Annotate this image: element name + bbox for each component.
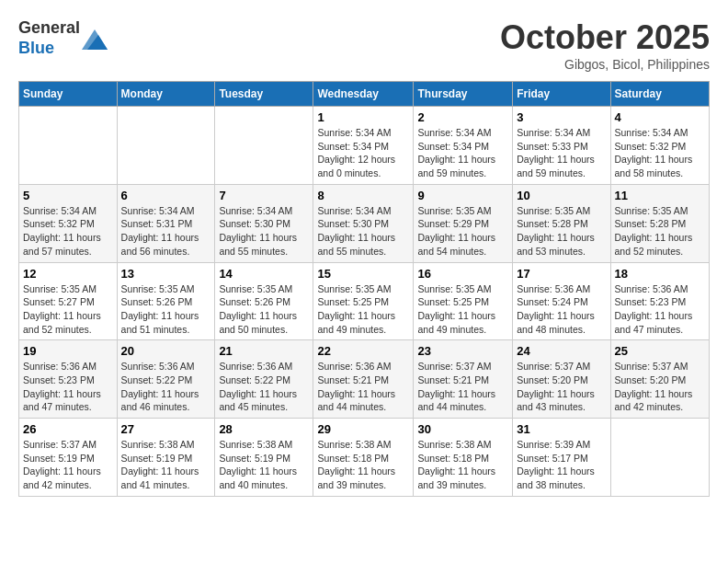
calendar-cell: 9Sunrise: 5:35 AMSunset: 5:29 PMDaylight… bbox=[414, 184, 513, 262]
calendar-cell: 13Sunrise: 5:35 AMSunset: 5:26 PMDayligh… bbox=[117, 262, 215, 340]
page-header: General Blue October 2025 Gibgos, Bicol,… bbox=[18, 18, 710, 72]
day-number: 27 bbox=[121, 422, 211, 436]
day-number: 22 bbox=[317, 344, 409, 358]
day-info: Sunrise: 5:39 AMSunset: 5:17 PMDaylight:… bbox=[517, 438, 606, 492]
calendar-cell: 2Sunrise: 5:34 AMSunset: 5:34 PMDaylight… bbox=[414, 107, 513, 185]
day-number: 16 bbox=[417, 267, 508, 281]
day-number: 14 bbox=[219, 267, 309, 281]
calendar-cell: 18Sunrise: 5:36 AMSunset: 5:23 PMDayligh… bbox=[610, 262, 709, 340]
day-number: 7 bbox=[219, 189, 309, 202]
logo-icon bbox=[82, 29, 108, 50]
day-number: 20 bbox=[121, 344, 211, 358]
calendar-cell: 12Sunrise: 5:35 AMSunset: 5:27 PMDayligh… bbox=[19, 262, 118, 340]
day-info: Sunrise: 5:37 AMSunset: 5:19 PMDaylight:… bbox=[23, 438, 113, 492]
day-header-thursday: Thursday bbox=[414, 82, 513, 107]
location: Gibgos, Bicol, Philippines bbox=[500, 57, 710, 72]
calendar-cell: 15Sunrise: 5:35 AMSunset: 5:25 PMDayligh… bbox=[313, 262, 414, 340]
calendar-cell: 5Sunrise: 5:34 AMSunset: 5:32 PMDaylight… bbox=[19, 184, 118, 262]
calendar-cell: 28Sunrise: 5:38 AMSunset: 5:19 PMDayligh… bbox=[215, 419, 313, 497]
day-header-sunday: Sunday bbox=[19, 82, 118, 107]
day-info: Sunrise: 5:35 AMSunset: 5:25 PMDaylight:… bbox=[317, 282, 409, 337]
logo: General Blue bbox=[18, 18, 108, 58]
calendar-cell bbox=[610, 419, 709, 497]
day-number: 23 bbox=[417, 344, 508, 358]
calendar-cell: 22Sunrise: 5:36 AMSunset: 5:21 PMDayligh… bbox=[313, 340, 414, 419]
day-info: Sunrise: 5:38 AMSunset: 5:19 PMDaylight:… bbox=[219, 438, 309, 492]
day-info: Sunrise: 5:35 AMSunset: 5:29 PMDaylight:… bbox=[417, 204, 508, 259]
calendar-cell: 26Sunrise: 5:37 AMSunset: 5:19 PMDayligh… bbox=[19, 419, 118, 497]
day-info: Sunrise: 5:34 AMSunset: 5:32 PMDaylight:… bbox=[23, 204, 113, 259]
calendar-cell: 21Sunrise: 5:36 AMSunset: 5:22 PMDayligh… bbox=[215, 340, 313, 419]
week-row-1: 1Sunrise: 5:34 AMSunset: 5:34 PMDaylight… bbox=[19, 107, 710, 185]
day-number: 3 bbox=[517, 110, 606, 124]
calendar-cell bbox=[117, 107, 215, 185]
day-info: Sunrise: 5:35 AMSunset: 5:28 PMDaylight:… bbox=[517, 204, 606, 259]
day-number: 15 bbox=[317, 267, 409, 281]
week-row-2: 5Sunrise: 5:34 AMSunset: 5:32 PMDaylight… bbox=[19, 184, 710, 262]
calendar-header-row: SundayMondayTuesdayWednesdayThursdayFrid… bbox=[19, 82, 710, 107]
logo-text: General Blue bbox=[18, 18, 80, 58]
day-info: Sunrise: 5:35 AMSunset: 5:25 PMDaylight:… bbox=[417, 282, 508, 337]
day-number: 11 bbox=[615, 189, 705, 202]
day-number: 26 bbox=[23, 422, 113, 436]
week-row-5: 26Sunrise: 5:37 AMSunset: 5:19 PMDayligh… bbox=[19, 419, 710, 497]
day-info: Sunrise: 5:34 AMSunset: 5:33 PMDaylight:… bbox=[517, 126, 606, 180]
day-number: 2 bbox=[417, 110, 508, 124]
day-info: Sunrise: 5:34 AMSunset: 5:32 PMDaylight:… bbox=[615, 126, 705, 180]
calendar-cell: 24Sunrise: 5:37 AMSunset: 5:20 PMDayligh… bbox=[513, 340, 610, 419]
day-info: Sunrise: 5:36 AMSunset: 5:24 PMDaylight:… bbox=[517, 282, 606, 337]
day-info: Sunrise: 5:36 AMSunset: 5:22 PMDaylight:… bbox=[219, 360, 309, 414]
day-info: Sunrise: 5:35 AMSunset: 5:26 PMDaylight:… bbox=[219, 282, 309, 337]
calendar-cell: 25Sunrise: 5:37 AMSunset: 5:20 PMDayligh… bbox=[610, 340, 709, 419]
title-section: October 2025 Gibgos, Bicol, Philippines bbox=[500, 18, 710, 72]
day-number: 13 bbox=[121, 267, 211, 281]
day-info: Sunrise: 5:34 AMSunset: 5:34 PMDaylight:… bbox=[417, 126, 508, 180]
calendar-cell: 19Sunrise: 5:36 AMSunset: 5:23 PMDayligh… bbox=[19, 340, 118, 419]
day-header-wednesday: Wednesday bbox=[313, 82, 414, 107]
calendar-cell: 17Sunrise: 5:36 AMSunset: 5:24 PMDayligh… bbox=[513, 262, 610, 340]
calendar-cell: 4Sunrise: 5:34 AMSunset: 5:32 PMDaylight… bbox=[610, 107, 709, 185]
day-info: Sunrise: 5:36 AMSunset: 5:21 PMDaylight:… bbox=[317, 360, 409, 414]
day-number: 24 bbox=[517, 344, 606, 358]
calendar-cell: 16Sunrise: 5:35 AMSunset: 5:25 PMDayligh… bbox=[414, 262, 513, 340]
day-info: Sunrise: 5:37 AMSunset: 5:20 PMDaylight:… bbox=[615, 360, 705, 414]
day-number: 21 bbox=[219, 344, 309, 358]
calendar-cell: 31Sunrise: 5:39 AMSunset: 5:17 PMDayligh… bbox=[513, 419, 610, 497]
week-row-4: 19Sunrise: 5:36 AMSunset: 5:23 PMDayligh… bbox=[19, 340, 710, 419]
day-info: Sunrise: 5:35 AMSunset: 5:28 PMDaylight:… bbox=[615, 204, 705, 259]
month-title: October 2025 bbox=[500, 18, 710, 57]
day-number: 9 bbox=[417, 189, 508, 202]
calendar-cell bbox=[215, 107, 313, 185]
calendar-cell: 29Sunrise: 5:38 AMSunset: 5:18 PMDayligh… bbox=[313, 419, 414, 497]
day-info: Sunrise: 5:36 AMSunset: 5:23 PMDaylight:… bbox=[615, 282, 705, 337]
calendar-table: SundayMondayTuesdayWednesdayThursdayFrid… bbox=[18, 81, 710, 497]
day-number: 18 bbox=[615, 267, 705, 281]
day-number: 6 bbox=[121, 189, 211, 202]
calendar-cell: 3Sunrise: 5:34 AMSunset: 5:33 PMDaylight… bbox=[513, 107, 610, 185]
calendar-cell: 1Sunrise: 5:34 AMSunset: 5:34 PMDaylight… bbox=[313, 107, 414, 185]
day-info: Sunrise: 5:35 AMSunset: 5:26 PMDaylight:… bbox=[121, 282, 211, 337]
calendar-cell: 6Sunrise: 5:34 AMSunset: 5:31 PMDaylight… bbox=[117, 184, 215, 262]
day-number: 25 bbox=[615, 344, 705, 358]
calendar-cell: 27Sunrise: 5:38 AMSunset: 5:19 PMDayligh… bbox=[117, 419, 215, 497]
day-info: Sunrise: 5:38 AMSunset: 5:19 PMDaylight:… bbox=[121, 438, 211, 492]
day-info: Sunrise: 5:34 AMSunset: 5:34 PMDaylight:… bbox=[317, 126, 409, 180]
calendar-cell: 11Sunrise: 5:35 AMSunset: 5:28 PMDayligh… bbox=[610, 184, 709, 262]
day-number: 17 bbox=[517, 267, 606, 281]
day-number: 5 bbox=[23, 189, 113, 202]
calendar-cell bbox=[19, 107, 118, 185]
day-info: Sunrise: 5:34 AMSunset: 5:30 PMDaylight:… bbox=[219, 204, 309, 259]
day-info: Sunrise: 5:37 AMSunset: 5:21 PMDaylight:… bbox=[417, 360, 508, 414]
day-number: 12 bbox=[23, 267, 113, 281]
day-info: Sunrise: 5:34 AMSunset: 5:30 PMDaylight:… bbox=[317, 204, 409, 259]
logo-blue: Blue bbox=[18, 39, 54, 57]
week-row-3: 12Sunrise: 5:35 AMSunset: 5:27 PMDayligh… bbox=[19, 262, 710, 340]
day-info: Sunrise: 5:37 AMSunset: 5:20 PMDaylight:… bbox=[517, 360, 606, 414]
day-header-friday: Friday bbox=[513, 82, 610, 107]
day-info: Sunrise: 5:36 AMSunset: 5:23 PMDaylight:… bbox=[23, 360, 113, 414]
calendar-cell: 10Sunrise: 5:35 AMSunset: 5:28 PMDayligh… bbox=[513, 184, 610, 262]
day-number: 28 bbox=[219, 422, 309, 436]
day-info: Sunrise: 5:34 AMSunset: 5:31 PMDaylight:… bbox=[121, 204, 211, 259]
logo-general: General bbox=[18, 18, 80, 37]
calendar-cell: 8Sunrise: 5:34 AMSunset: 5:30 PMDaylight… bbox=[313, 184, 414, 262]
